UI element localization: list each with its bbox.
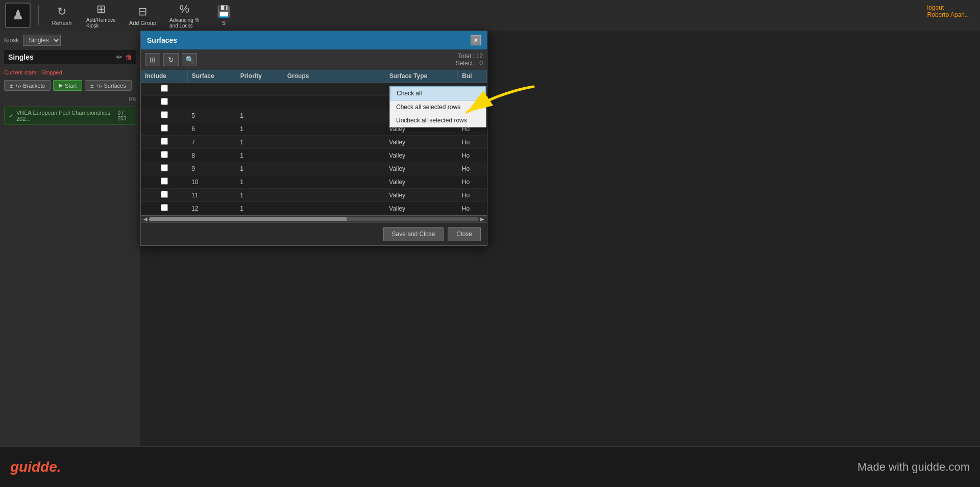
add-group-button[interactable]: ⊟ Add Group: [125, 3, 160, 29]
col-include: Include: [141, 70, 187, 83]
scrollbar-thumb[interactable]: [149, 217, 347, 221]
cell-include: [141, 96, 187, 109]
cell-groups: [283, 149, 385, 162]
edit-singles-button[interactable]: ✏: [116, 53, 122, 61]
cell-surface: 8: [187, 149, 236, 162]
check-all-menu-item[interactable]: Check all: [390, 86, 486, 100]
start-button[interactable]: ▶ Start: [53, 80, 82, 91]
cell-groups: [283, 189, 385, 202]
top-toolbar: ♟ ↻ Refresh ⊞ Add/RemoveKiosk ⊟ Add Grou…: [0, 0, 980, 31]
include-checkbox[interactable]: [161, 138, 168, 145]
add-group-icon: ⊟: [138, 5, 147, 18]
include-checkbox[interactable]: [161, 151, 168, 158]
cell-build: Ho: [458, 189, 487, 202]
include-checkbox[interactable]: [161, 191, 168, 198]
table-row: 10 1 Valley Ho: [141, 175, 487, 189]
cell-surface-type: Valley: [385, 202, 458, 215]
cell-groups: [283, 162, 385, 175]
cell-build: Ho: [458, 162, 487, 175]
refresh-icon: ↻: [57, 5, 66, 18]
include-checkbox[interactable]: [161, 124, 168, 132]
start-icon: ▶: [59, 82, 63, 89]
scroll-right-btn[interactable]: ▶: [479, 216, 486, 222]
total-count: Total : 12: [456, 53, 483, 60]
delete-singles-button[interactable]: 🗑: [125, 53, 132, 61]
table-row: 12 1 Valley Ho: [141, 202, 487, 215]
save-icon: 💾: [217, 5, 231, 18]
cell-groups: [283, 109, 385, 122]
cell-build: Ho: [458, 149, 487, 162]
close-button[interactable]: Close: [448, 227, 481, 241]
kiosk-row: Kiosk Singles: [4, 35, 136, 46]
cell-groups: [283, 83, 385, 96]
cell-priority: 1: [236, 175, 283, 189]
cell-surface-type: Valley: [385, 162, 458, 175]
cell-surface-type: Valley: [385, 136, 458, 149]
check-all-selected-menu-item[interactable]: Check all selected rows: [390, 100, 486, 114]
refresh-button[interactable]: ↻ Refresh: [46, 3, 77, 29]
made-with-text: Made with guidde.com: [857, 460, 970, 474]
uncheck-all-selected-menu-item[interactable]: Uncheck all selected rows: [390, 114, 486, 127]
scroll-left-btn[interactable]: ◀: [142, 216, 149, 222]
kiosk-label: Kiosk: [4, 37, 19, 44]
add-remove-kiosk-button[interactable]: ⊞ Add/RemoveKiosk: [82, 0, 120, 31]
save-close-button[interactable]: Save and Close: [383, 227, 444, 241]
cell-include: [141, 162, 187, 175]
cell-priority: [236, 96, 283, 109]
col-build: Bui: [458, 70, 487, 83]
cell-surface: 5: [187, 109, 236, 122]
cell-priority: 1: [236, 162, 283, 175]
include-checkbox[interactable]: [161, 164, 168, 171]
modal-close-button[interactable]: ×: [471, 35, 481, 45]
cell-surface-type: Valley: [385, 189, 458, 202]
singles-header: Singles ✏ 🗑: [4, 50, 136, 64]
cell-include: [141, 202, 187, 215]
singles-title: Singles: [8, 53, 34, 61]
refresh-table-icon: ↻: [168, 56, 174, 64]
include-checkbox[interactable]: [161, 98, 168, 105]
cell-include: [141, 109, 187, 122]
col-surface: Surface: [187, 70, 236, 83]
kiosk-select[interactable]: Singles: [23, 35, 61, 46]
cell-include: [141, 175, 187, 189]
include-checkbox[interactable]: [161, 204, 168, 211]
search-icon: 🔍: [185, 56, 194, 64]
cell-priority: 1: [236, 136, 283, 149]
cell-include: [141, 189, 187, 202]
cell-surface: 7: [187, 136, 236, 149]
table-row: 7 1 Valley Ho: [141, 136, 487, 149]
surfaces-button[interactable]: ± +/- Surfaces: [85, 80, 132, 91]
modal-stats: Total : 12 Select. : 0: [456, 53, 483, 67]
cell-priority: 1: [236, 109, 283, 122]
save-button[interactable]: 💾 S: [208, 3, 239, 29]
modal-toolbar: ⊞ ↻ 🔍 Total : 12 Select. : 0: [141, 49, 487, 70]
cell-surface: 10: [187, 175, 236, 189]
grid-view-button[interactable]: ⊞: [145, 53, 160, 66]
brackets-icon: ±: [10, 83, 13, 89]
brackets-button[interactable]: ± +/- Brackets: [4, 80, 51, 91]
progress-pct: 0%: [4, 95, 136, 102]
table-row: 9 1 Valley Ho: [141, 162, 487, 175]
cell-build: Ho: [458, 202, 487, 215]
scrollbar-area: ◀ ▶: [141, 215, 487, 222]
modal-toolbar-left: ⊞ ↻ 🔍: [145, 53, 197, 66]
kiosk-icon: ⊞: [96, 3, 106, 16]
search-table-button[interactable]: 🔍: [182, 53, 197, 66]
include-checkbox[interactable]: [161, 177, 168, 185]
modal-title: Surfaces: [147, 36, 177, 44]
cell-surface: [187, 83, 236, 96]
surfaces-icon: ±: [90, 83, 93, 89]
singles-actions: ✏ 🗑: [116, 53, 132, 61]
action-row: ± +/- Brackets ▶ Start ± +/- Surfaces: [4, 80, 136, 91]
advancing-locks-button[interactable]: % Advancing %and Locks: [165, 0, 203, 31]
cell-build: Ho: [458, 175, 487, 189]
col-priority: Priority: [236, 70, 283, 83]
tournament-item: ✓ VNEA European Pool Championships 202..…: [4, 107, 136, 125]
refresh-table-button[interactable]: ↻: [163, 53, 179, 66]
context-menu: Check all Check all selected rows Unchec…: [389, 86, 486, 127]
cell-groups: [283, 175, 385, 189]
include-checkbox[interactable]: [161, 85, 168, 92]
include-checkbox[interactable]: [161, 111, 168, 118]
cell-groups: [283, 96, 385, 109]
cell-include: [141, 136, 187, 149]
